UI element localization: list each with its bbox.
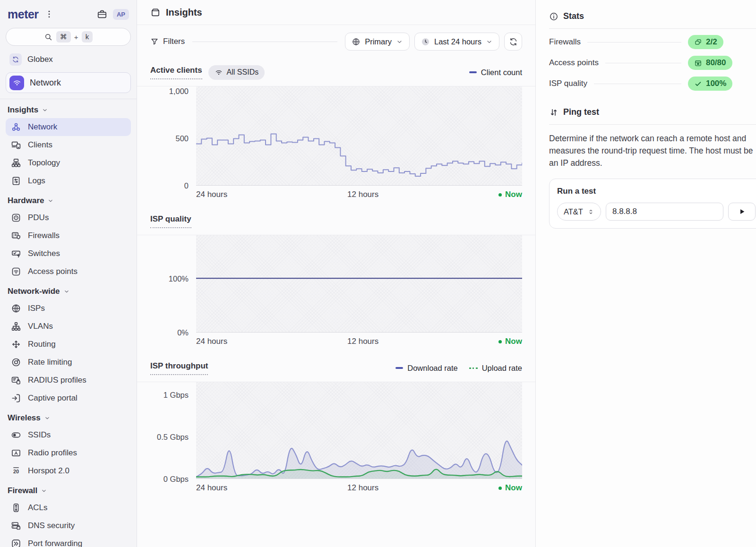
cmd-key-chip: ⌘ <box>56 31 71 43</box>
sidebar-nav: InsightsNetworkClientsTopologyLogsHardwa… <box>6 104 131 547</box>
stat-label: Firewalls <box>549 37 581 47</box>
sidebar-item-isps[interactable]: ISPs <box>6 299 131 317</box>
ping-test-description: Determine if the network can reach a rem… <box>549 132 756 169</box>
sidebar-item-label: Firewalls <box>28 231 60 240</box>
section-label-insights[interactable]: Insights <box>8 104 129 116</box>
select-updown-icon <box>587 208 594 215</box>
more-menu-button[interactable] <box>44 9 54 19</box>
chevron-down-icon <box>44 415 51 421</box>
divider <box>549 124 756 125</box>
run-test-controls: AT&T <box>557 203 756 221</box>
legend-item-upload-rate: Upload rate <box>469 364 522 373</box>
dns-security-icon <box>10 521 22 531</box>
radius-icon <box>10 375 22 385</box>
all-ssids-filter-pill[interactable]: All SSIDs <box>208 65 265 80</box>
section-label-network-wide[interactable]: Network-wide <box>8 285 129 298</box>
avatar[interactable]: AP <box>113 9 129 20</box>
stat-label: ISP quality <box>549 79 587 88</box>
time-range-button[interactable]: Last 24 hours <box>414 33 499 51</box>
sidebar-item-label: Horspot 2.0 <box>28 466 69 476</box>
chart-title: ISP quality <box>150 214 191 228</box>
toolbox-button[interactable] <box>97 9 107 19</box>
active-clients-header: Active clients All SSIDs Client count <box>150 65 522 80</box>
svg-text:20: 20 <box>13 469 19 474</box>
captive-portal-icon <box>10 393 22 403</box>
sidebar-item-clients[interactable]: Clients <box>6 136 131 154</box>
y-axis-labels: 1,0005000 <box>150 86 196 186</box>
k-key-chip: k <box>82 31 93 43</box>
sidebar-item-network[interactable]: Network <box>6 118 131 136</box>
run-test-card: Run a test AT&T <box>549 179 756 229</box>
briefcase-icon <box>97 9 107 19</box>
now-dot <box>498 340 502 343</box>
legend-swatch <box>469 71 477 73</box>
time-range-value: Last 24 hours <box>434 37 481 46</box>
stat-row-firewalls: Firewalls2/2 <box>549 32 756 52</box>
sidebar-item-firewalls[interactable]: Firewalls <box>6 227 131 245</box>
leader-line <box>605 63 681 63</box>
all-ssids-label: All SSIDs <box>227 68 259 77</box>
check-icon <box>694 80 702 88</box>
refresh-button[interactable] <box>504 33 522 51</box>
x-tick-label: 12 hours <box>347 483 378 493</box>
sidebar-item-rate-limiting[interactable]: Rate limiting <box>6 353 131 371</box>
sidebar-item-logs[interactable]: Logs <box>6 172 131 190</box>
now-dot <box>498 193 502 197</box>
ap-badge-icon <box>694 59 702 67</box>
section-label-hardware[interactable]: Hardware <box>8 195 129 207</box>
chevron-down-icon <box>63 288 70 295</box>
stat-value: 2/2 <box>706 37 717 47</box>
sidebar-item-pdus[interactable]: PDUs <box>6 209 131 227</box>
y-tick-label: 0.5 Gbps <box>157 432 189 441</box>
sidebar-item-routing[interactable]: Routing <box>6 335 131 353</box>
sidebar-item-access-points[interactable]: Access points <box>6 263 131 281</box>
plot-row: 100%0% <box>137 235 535 333</box>
chart-title: Active clients <box>150 66 202 79</box>
network-filter-button[interactable]: Primary <box>345 33 410 51</box>
x-axis-labels: 24 hours12 hoursNow <box>196 333 522 346</box>
section-label-firewall[interactable]: Firewall <box>8 485 129 497</box>
sidebar-item-ssids[interactable]: SSIDs <box>6 426 131 444</box>
ping-test-title: Ping test <box>563 107 599 117</box>
sidebar-item-horspot-2-0[interactable]: 20Horspot 2.0 <box>6 462 131 480</box>
sidebar-item-dns-security[interactable]: DNS security <box>6 517 131 535</box>
sidebar-item-vlans[interactable]: VLANs <box>6 317 131 335</box>
y-tick-label: 500 <box>175 134 189 143</box>
chart-legend: Client count <box>469 68 522 77</box>
run-test-button[interactable] <box>728 203 756 221</box>
traffic-light-icon <box>10 503 22 513</box>
hotspot-20-icon: 20 <box>10 466 22 476</box>
stats-rows: Firewalls2/2Access points80/80ISP qualit… <box>549 32 756 94</box>
clients-icon <box>10 140 22 150</box>
org-name: Globex <box>27 55 53 64</box>
play-icon <box>738 207 746 216</box>
host-ip-input[interactable] <box>606 203 723 221</box>
chevron-down-icon <box>396 38 403 45</box>
sidebar-item-label: Access points <box>28 267 77 276</box>
org-switcher[interactable]: Globex <box>6 51 131 68</box>
x-tick-label: 24 hours <box>196 337 227 346</box>
switch-device-icon <box>10 248 22 259</box>
sidebar-item-acls[interactable]: ACLs <box>6 499 131 517</box>
x-tick-label: 12 hours <box>347 337 378 346</box>
sidebar-item-radio-profiles[interactable]: Radio profiles <box>6 444 131 462</box>
sidebar-item-port-forwarding[interactable]: Port forwarding <box>6 535 131 547</box>
wifi-icon <box>9 76 24 90</box>
network-switcher[interactable]: Network <box>6 72 131 93</box>
section-label-wireless[interactable]: Wireless <box>8 412 129 424</box>
sidebar-item-topology[interactable]: Topology <box>6 154 131 172</box>
legend-swatch <box>469 368 478 369</box>
meter-logo: meter <box>8 9 39 20</box>
chart-plot <box>196 382 522 479</box>
right-panel: Stats Firewalls2/2Access points80/80ISP … <box>535 0 756 547</box>
sidebar-item-radius-profiles[interactable]: RADIUS profiles <box>6 371 131 389</box>
status-badge: 80/80 <box>688 56 732 70</box>
network-filter-value: Primary <box>365 37 392 46</box>
sidebar-item-switches[interactable]: Switches <box>6 245 131 263</box>
sidebar-item-label: Network <box>28 122 57 132</box>
stats-title: Stats <box>563 11 584 21</box>
provider-select[interactable]: AT&T <box>557 203 601 221</box>
x-tick-label: 12 hours <box>347 190 378 199</box>
sidebar-item-captive-portal[interactable]: Captive portal <box>6 389 131 407</box>
search-input[interactable]: ⌘ + k <box>6 28 131 46</box>
